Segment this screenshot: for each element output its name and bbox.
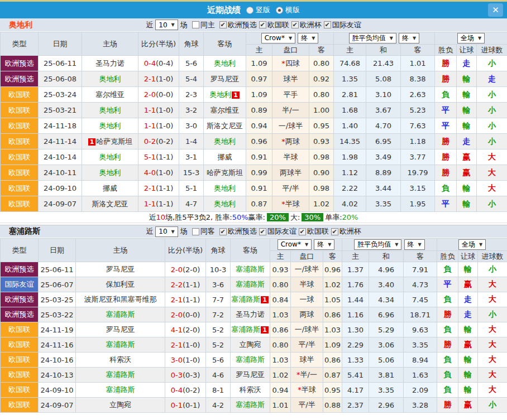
col-header-score: 比分(半场) — [165, 239, 206, 262]
same-venue-checkbox[interactable]: 同客 — [192, 226, 215, 236]
mean-draw-cell: 3.35 — [366, 196, 401, 212]
checkbox-checked-icon: ✔ — [331, 228, 338, 235]
score-cell: 2-0(2-0) — [165, 262, 206, 277]
home-odds-cell: 1.09 — [246, 87, 272, 103]
mean-draw-cell: 3.67 — [366, 103, 401, 118]
bookmaker-select[interactable]: Crow*▼ — [261, 33, 295, 44]
handicap-cell: 平/半 — [291, 337, 323, 353]
asterisk-mark: * — [281, 59, 285, 67]
mean-home-cell: 5.41 — [342, 368, 369, 383]
mark-cell: 小 — [477, 196, 507, 212]
home-team-cell: 立陶宛 — [76, 398, 165, 413]
close-icon: ✕ — [492, 5, 499, 15]
team-name: 挪威 — [218, 153, 232, 161]
mean-away-cell: 1.95 — [401, 196, 435, 212]
date-cell: 25-03-22 — [39, 307, 76, 322]
mean-draw-cell: 3.81 — [369, 368, 404, 383]
competition-type-cell: 欧国联 — [1, 118, 39, 134]
col-header-result: 胜负 — [437, 251, 458, 262]
radio-horizontal-label: 横版 — [285, 5, 300, 15]
away-odds-cell: 0.86 — [323, 353, 342, 368]
away-odds-cell: 0.88 — [323, 398, 342, 413]
corner-cell: 7-2 — [206, 307, 231, 322]
odds-time-select[interactable]: 终▼ — [298, 33, 318, 44]
checkbox-checked-icon: ✔ — [299, 228, 306, 235]
competition-type-cell: 欧国联 — [1, 353, 39, 368]
competition-type-cell: 欧洲预选 — [1, 262, 39, 277]
mean-draw-cell: 3.40 — [369, 277, 404, 292]
match-count-select[interactable]: 10 ▼ — [155, 20, 178, 30]
team-name: 塞浦路斯 — [236, 280, 265, 288]
team-name: 哈萨克斯坦 — [207, 168, 243, 177]
mean-home-cell: 1.30 — [342, 322, 369, 337]
mean-home-cell: 74.68 — [334, 56, 366, 71]
league-filter-checkbox[interactable]: ✔欧洲预选 — [219, 20, 257, 30]
mean-away-cell: 1.18 — [401, 134, 435, 149]
score-cell: 4-0(1-0) — [138, 165, 179, 181]
mean-draw-cell: 3.10 — [366, 87, 401, 103]
mark-cell: 赢 — [458, 337, 478, 353]
mean-home-cell: 1.76 — [342, 277, 369, 292]
radio-icon — [246, 7, 253, 14]
away-team-cell: 塞浦路斯 — [231, 277, 270, 292]
team-name: 塞尔维亚 — [211, 106, 240, 114]
mean-select[interactable]: 胜平负均值▼ — [349, 33, 396, 44]
date-cell: 25-03-21 — [39, 103, 82, 118]
league-filter-checkbox[interactable]: ✔欧洲预选 — [219, 226, 257, 236]
team-name: 圣马力诺 — [95, 59, 125, 67]
col-header-odds-home: 主 — [270, 251, 291, 262]
league-filter-checkbox[interactable]: ✔国际友谊 — [324, 20, 361, 30]
team-name: 奥地利 — [99, 106, 121, 114]
league-filter-checkbox[interactable]: ✔国际友谊 — [259, 226, 296, 236]
chevron-down-icon: ▼ — [289, 36, 292, 41]
corner-cell: 4-6 — [206, 368, 231, 383]
same-venue-checkbox[interactable]: 同主 — [192, 20, 215, 30]
mark-cell: 平 — [435, 103, 457, 118]
close-button[interactable]: ✕ — [488, 3, 503, 17]
summary-text: 大: — [290, 213, 300, 223]
score-cell: 2-0(0-0) — [138, 87, 179, 103]
mean-select[interactable]: 胜平负均值▼ — [354, 239, 401, 250]
same-venue-label: 同客 — [200, 226, 215, 236]
bookmaker-select[interactable]: Crow*▼ — [278, 239, 312, 250]
mark-cell: 輸 — [458, 262, 478, 277]
league-filter-checkbox[interactable]: ✔欧洲杯 — [331, 226, 361, 236]
scope-select[interactable]: 全场▼ — [457, 33, 485, 44]
mean-time-select[interactable]: 终▼ — [399, 33, 419, 44]
asterisk-mark: * — [298, 385, 302, 394]
match-count-select[interactable]: 10 ▼ — [155, 226, 178, 237]
away-odds-cell: 0.90 — [309, 165, 334, 181]
odds-time-value: 终 — [317, 240, 324, 249]
home-odds-cell: 0.97 — [246, 71, 272, 87]
match-count-value: 10 — [159, 21, 167, 29]
team-name: 塞浦路斯 — [106, 310, 135, 318]
team-name: 波斯尼亚和黑塞哥维那 — [84, 295, 157, 303]
layout-radio-horizontal[interactable]: 横版 — [276, 5, 300, 15]
corner-cell: 5-6 — [206, 353, 231, 368]
home-odds-cell: 0.91 — [246, 181, 272, 196]
home-odds-cell: 0.80 — [270, 337, 291, 353]
scope-select[interactable]: 全场▼ — [458, 239, 486, 250]
corner-cell: 3-1 — [179, 149, 204, 165]
score-cell: 2-1(1-1) — [138, 181, 179, 196]
odds-time-select[interactable]: 终▼ — [314, 239, 334, 250]
date-cell: 25-06-11 — [39, 262, 76, 277]
corner-cell: 10-3 — [206, 262, 231, 277]
date-cell: 24-11-18 — [39, 118, 82, 134]
checkbox-icon — [192, 228, 199, 235]
league-filter-checkbox[interactable]: ✔欧国联 — [299, 226, 329, 236]
mean-draw-cell: 5.06 — [369, 353, 404, 368]
league-filter-checkbox[interactable]: ✔欧国联 — [259, 20, 289, 30]
mark-cell: 負 — [437, 262, 458, 277]
col-header-odds-away: 客 — [323, 251, 342, 262]
mean-time-select[interactable]: 终▼ — [404, 239, 425, 250]
layout-radio-vertical[interactable]: 竖版 — [246, 5, 270, 15]
score-cell: 0-1(0-1) — [165, 398, 206, 413]
competition-type-cell: 欧洲预选 — [1, 56, 39, 71]
mean-away-cell: 8.94 — [404, 353, 437, 368]
league-filter-checkbox[interactable]: ✔欧洲杯 — [291, 20, 322, 30]
red-card-badge: 1 — [88, 138, 96, 146]
home-team-cell: 奥地利 — [82, 103, 138, 118]
mark-cell: 勝 — [437, 337, 458, 353]
mark-cell: 平 — [435, 196, 457, 212]
